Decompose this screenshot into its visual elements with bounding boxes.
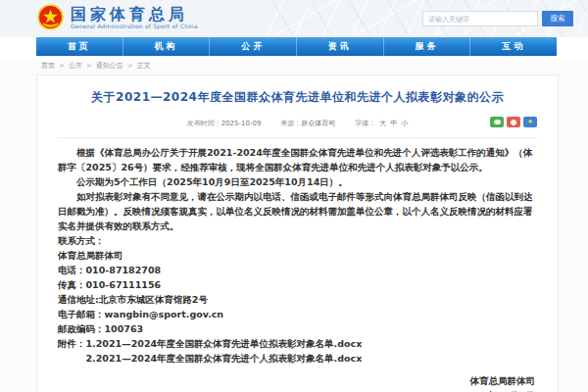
nav-item-2[interactable]: 公开 — [209, 37, 296, 56]
nav-item-1[interactable]: 机构 — [122, 37, 210, 56]
weibo-dot-glyph — [511, 120, 516, 125]
paragraph: 电话：010-87182708 — [58, 263, 537, 277]
site-title: 国家体育总局 — [71, 6, 198, 23]
wechat-bubble-glyph — [494, 120, 501, 124]
search-button[interactable]: 搜索 — [542, 11, 573, 26]
paragraph: 体育总局群体司 — [58, 248, 537, 263]
source-label: 来源： — [280, 120, 301, 127]
article-card: 关于2021—2024年度全国群众体育先进单位和先进个人拟表彰对象的公示 发布时… — [36, 74, 559, 392]
paragraph: 通信地址:北京市东城区体育馆路2号 — [58, 292, 537, 307]
attachment-link[interactable]: 2.2021—2024年度全国群众体育先进个人拟表彰对象名单.docx — [58, 351, 537, 366]
paragraph: 电子邮箱：wangbin@sport.gov.cn — [58, 307, 537, 321]
search-input[interactable] — [422, 11, 538, 26]
signature-org: 体育总局群体司 — [58, 373, 535, 388]
publish-time: 发布时间：2025-10-09 — [187, 119, 262, 128]
paragraph: 如对拟表彰对象有不同意见，请在公示期内以电话、信函或电子邮件等形式向体育总局群体… — [58, 189, 537, 233]
article-meta: 发布时间：2025-10-09 来源：群众体育司 字体：大中小 ★ — [58, 119, 537, 138]
nav-item-3[interactable]: 资讯 — [296, 37, 383, 56]
breadcrumb-item[interactable]: 通知公告 — [96, 62, 123, 70]
paragraph: 根据《体育总局办公厅关于开展2021-2024年度全国群众体育先进单位和先进个人… — [58, 145, 537, 174]
page-background: 首页>公开>通知公告>正文 关于2021—2024年度全国群众体育先进单位和先进… — [0, 61, 588, 392]
source: 来源：群众体育司 — [280, 119, 335, 128]
wechat-share-icon[interactable] — [490, 117, 504, 127]
signature-date: 2025年10月9日 — [58, 388, 535, 392]
font-size-option[interactable]: 小 — [401, 120, 408, 127]
font-size-control: 字体：大中小 — [355, 119, 408, 128]
qzone-share-icon[interactable]: ★ — [523, 117, 537, 127]
breadcrumb-separator: > — [59, 62, 65, 70]
attachment-link[interactable]: 附件：1.2021—2024年度全国群众体育先进单位拟表彰对象名单.docx — [58, 336, 537, 351]
source-value: 群众体育司 — [301, 120, 335, 127]
main-nav: 首页机构公开资讯服务互动 — [36, 37, 557, 56]
paragraph: 公示期为5个工作日（2025年10月9日至2025年10月14日）。 — [58, 174, 537, 189]
breadcrumb-separator: > — [86, 62, 92, 70]
nav-item-0[interactable]: 首页 — [36, 37, 122, 56]
paragraph: 传真：010-67111156 — [58, 277, 537, 292]
site-title-en: General Administration of Sport of China — [71, 23, 198, 29]
breadcrumb-separator: > — [127, 62, 133, 70]
paragraph: 邮政编码：100763 — [58, 321, 537, 336]
weibo-share-icon[interactable] — [507, 117, 520, 127]
signature-block: 体育总局群体司 2025年10月9日 — [58, 373, 537, 392]
search-bar: 搜索 — [422, 11, 573, 26]
nav-item-4[interactable]: 服务 — [383, 37, 470, 56]
font-size-label: 字体： — [355, 120, 375, 127]
paragraph: 联系方式： — [58, 233, 537, 248]
breadcrumb-item[interactable]: 正文 — [137, 62, 151, 70]
breadcrumb: 首页>公开>通知公告>正文 — [41, 61, 588, 71]
article-body: 根据《体育总局办公厅关于开展2021-2024年度全国群众体育先进单位和先进个人… — [58, 145, 537, 366]
breadcrumb-item[interactable]: 公开 — [69, 62, 82, 70]
font-size-options: 大中小 — [375, 120, 408, 127]
breadcrumb-item[interactable]: 首页 — [41, 62, 55, 70]
site-header: 国家体育总局 General Administration of Sport o… — [0, 0, 588, 37]
site-logo[interactable]: 国家体育总局 General Administration of Sport o… — [37, 4, 198, 30]
page-title: 关于2021—2024年度全国群众体育先进单位和先进个人拟表彰对象的公示 — [58, 89, 537, 106]
nav-item-5[interactable]: 互动 — [469, 37, 557, 56]
national-emblem-icon — [37, 4, 64, 30]
font-size-option[interactable]: 中 — [390, 120, 397, 127]
share-buttons: ★ — [490, 117, 537, 127]
font-size-option[interactable]: 大 — [379, 120, 386, 127]
site-title-group: 国家体育总局 General Administration of Sport o… — [71, 6, 198, 29]
publish-time-label: 发布时间： — [187, 120, 221, 127]
publish-time-value: 2025-10-09 — [221, 120, 262, 127]
